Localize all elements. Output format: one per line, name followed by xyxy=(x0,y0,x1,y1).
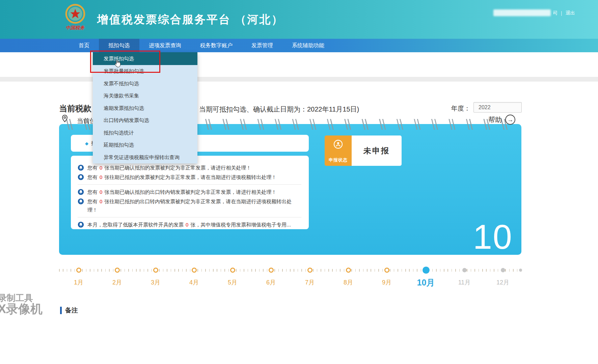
timeline-month-9[interactable]: 9月 xyxy=(371,266,403,286)
nav-item-deduction-check[interactable]: 抵扣勾选 xyxy=(99,39,139,52)
menu-item-customs-payment-collection[interactable]: 海关缴款书采集 xyxy=(93,90,197,102)
notice-count: 0 xyxy=(100,174,102,180)
breadcrumb-bar: 当前位 帮助 → xyxy=(0,52,598,77)
help-button[interactable]: 帮助 → xyxy=(488,115,515,125)
deadline-subtitle: 当期可抵扣勾选、确认截止日期为：2022年11月15日) xyxy=(199,105,359,114)
notice-row: 您有0张往期已抵扣的发票被判定为非正常发票，请在当期进行进项税额转出处理！ xyxy=(78,173,301,181)
declaration-status-value-box: 未申报 xyxy=(352,135,402,166)
menu-item-invoice-deduction-check[interactable]: 发票抵扣勾选 xyxy=(93,52,197,65)
notice-row: 您有0张往期已抵扣的出口转内销发票被判定为非正常发票，请在当期进行进项税额转出处… xyxy=(78,197,301,214)
help-label: 帮助 xyxy=(488,115,502,124)
screen-recorder-watermark: 录制工具 X录像机 xyxy=(0,293,43,315)
menu-item-abnormal-voucher-query[interactable]: 异常凭证进项税额应申报转出查询 xyxy=(93,151,197,164)
deduction-check-dropdown-menu: 发票抵扣勾选 发票批量抵扣勾选 发票不抵扣勾选 海关缴款书采集 逾期发票抵扣勾选… xyxy=(93,52,197,163)
logout-link[interactable]: 退出 xyxy=(566,10,575,16)
menu-item-export-to-domestic-check[interactable]: 出口转内销发票勾选 xyxy=(93,114,197,127)
nav-item-home[interactable]: 首页 xyxy=(69,39,99,52)
notice-row: 您有0张当期已确认抵扣的出口转内销发票被判定为非正常发票，请进行相关处理！ xyxy=(78,188,301,196)
help-arrow-icon: → xyxy=(505,115,515,125)
account-name-redacted xyxy=(493,9,551,16)
status-value: 未申报 xyxy=(363,146,390,156)
menu-item-batch-deduction-check[interactable]: 发票批量抵扣勾选 xyxy=(93,65,197,78)
divider: | xyxy=(561,10,562,16)
vat-invoice-platform-page: 中国税务 增值税发票综合服务平台 （河北） 司 | 退出 首页 抵扣勾选 进项发… xyxy=(0,0,598,364)
notice-row: 您有0张当期已确认抵扣的发票被判定为非正常发票，请进行相关处理！ xyxy=(78,163,301,172)
menu-item-no-deduction-check[interactable]: 发票不抵扣勾选 xyxy=(93,78,197,90)
timeline-end-dot xyxy=(519,269,522,272)
nav-item-tax-digital-account[interactable]: 税务数字账户 xyxy=(191,39,242,52)
notice-divider xyxy=(78,184,301,185)
location-icon xyxy=(60,114,70,125)
menu-item-deferred-deduction-check[interactable]: 延期抵扣勾选 xyxy=(93,139,197,151)
diamond-bullet-icon: ◆ xyxy=(85,141,88,146)
year-label: 年度： xyxy=(451,104,470,113)
main-nav: 首页 抵扣勾选 进项发票查询 税务数字账户 发票管理 系统辅助功能 xyxy=(0,39,598,52)
notice-count: 0 xyxy=(100,189,102,195)
notification-card: 您有0张当期已确认抵扣的发票被判定为非正常发票，请进行相关处理！ 您有0张往期已… xyxy=(71,156,309,229)
notice-count: 0 xyxy=(100,165,102,171)
notice-count: 0 xyxy=(186,222,188,228)
account-bar: 司 | 退出 xyxy=(553,10,575,16)
nav-item-system-aux[interactable]: 系统辅助功能 xyxy=(282,39,334,52)
bell-icon xyxy=(78,189,84,195)
year-select[interactable] xyxy=(473,102,522,113)
month-timeline: 1月 2月 3月 4月 5月 6月 7月 8月 9月 10月 11月 12月 xyxy=(59,266,524,291)
remarks-section-header: 备注 xyxy=(60,306,78,315)
nav-item-input-invoice-query[interactable]: 进项发票查询 xyxy=(139,39,191,52)
logo-caption: 中国税务 xyxy=(66,25,85,31)
national-emblem-icon xyxy=(64,3,86,26)
current-tax-period-title: 当前税款 xyxy=(59,103,91,114)
timeline-month-11[interactable]: 11月 xyxy=(448,266,481,286)
bell-icon xyxy=(78,174,84,180)
watermark-line1: 录制工具 xyxy=(0,293,43,303)
current-month-number: 10 xyxy=(473,220,513,254)
nav-item-invoice-management[interactable]: 发票管理 xyxy=(242,39,282,52)
timeline-month-3[interactable]: 3月 xyxy=(139,266,172,286)
section-divider xyxy=(0,77,598,82)
menu-item-overdue-invoice-deduction[interactable]: 逾期发票抵扣勾选 xyxy=(93,102,197,115)
timeline-month-7[interactable]: 7月 xyxy=(294,266,326,286)
remarks-label: 备注 xyxy=(65,306,78,315)
timeline-month-1[interactable]: 1月 xyxy=(62,266,95,286)
status-badge-label: 申报状态 xyxy=(329,157,348,163)
timeline-month-2[interactable]: 2月 xyxy=(101,266,133,286)
account-suffix: 司 xyxy=(553,10,558,16)
timeline-month-5[interactable]: 5月 xyxy=(216,266,249,286)
notice-row: 本月，您取得了低版本开票软件开具的发票0张，其中增值税专用发票和增值税电子专用.… xyxy=(78,220,301,229)
page-title: 增值税发票综合服务平台 （河北） xyxy=(97,12,283,27)
app-header: 中国税务 增值税发票综合服务平台 （河北） 司 | 退出 xyxy=(0,0,598,39)
menu-item-deduction-statistics[interactable]: 抵扣勾选统计 xyxy=(93,127,197,139)
timeline-month-8[interactable]: 8月 xyxy=(332,266,364,286)
bell-icon xyxy=(78,198,84,205)
timeline-month-10-current[interactable]: 10月 xyxy=(410,266,442,288)
status-person-icon xyxy=(333,139,344,150)
watermark-line2: X录像机 xyxy=(0,303,43,315)
timeline-month-12[interactable]: 12月 xyxy=(487,266,519,286)
notice-divider xyxy=(78,217,301,217)
timeline-month-6[interactable]: 6月 xyxy=(255,266,287,286)
bell-icon xyxy=(78,164,84,171)
declaration-status-badge: 申报状态 xyxy=(325,135,352,166)
timeline-month-4[interactable]: 4月 xyxy=(178,266,210,286)
notice-count: 0 xyxy=(100,199,102,204)
tax-emblem-logo: 中国税务 xyxy=(59,3,91,37)
bell-icon xyxy=(78,221,84,228)
remarks-accent-bar xyxy=(60,307,62,314)
